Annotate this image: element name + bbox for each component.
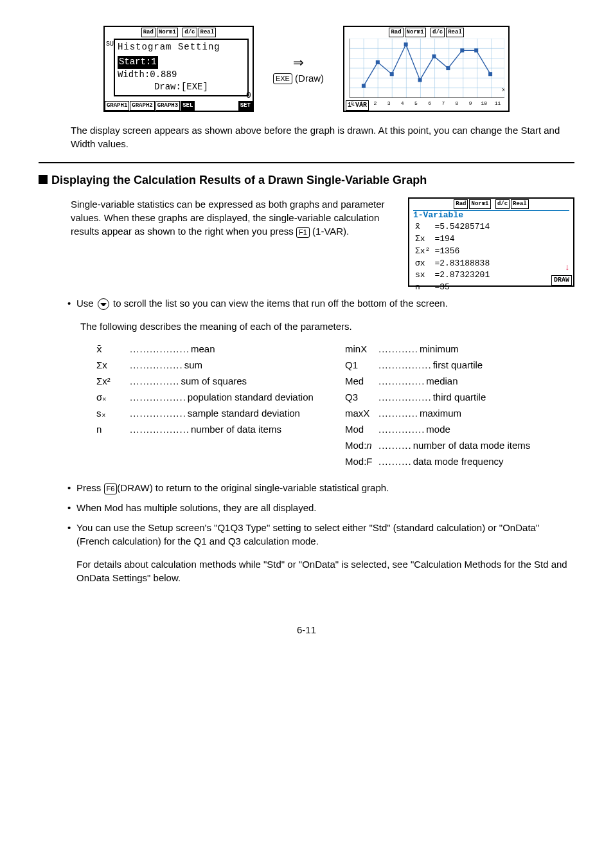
param-symbol: Σx (96, 358, 129, 372)
status-norm: Norm1 (157, 28, 178, 37)
svg-rect-29 (488, 72, 492, 76)
arrow-icon: ⇒ (273, 53, 324, 71)
softkey-row: GRAPH1 GRAPH2 GRAPH3 SEL SET (105, 101, 253, 111)
start-value: Start:1 (118, 56, 158, 69)
scroll-bullet: Use to scroll the list so you can view t… (67, 296, 574, 310)
param-row: Σx²...............sum of squares (96, 374, 326, 388)
param-symbol: σₓ (96, 390, 129, 404)
svg-rect-23 (404, 42, 408, 46)
intro-paragraph: Single-variable statistics can be expres… (71, 197, 395, 287)
param-symbol: maxX (345, 406, 377, 420)
param-symbol: minX (345, 342, 377, 356)
intro-row: Single-variable statistics can be expres… (39, 197, 574, 287)
zero-label: 0 (246, 90, 251, 102)
status-bar: RadNorm1 d/cReal (344, 27, 508, 37)
histogram-dialog: Histogram Setting Start:1 Width:0.889 Dr… (114, 39, 249, 96)
params-intro: The following describes the meaning of e… (80, 320, 574, 333)
param-row: x̄..................mean (96, 342, 326, 356)
svg-rect-28 (474, 48, 478, 52)
param-desc: mode (426, 422, 450, 436)
dialog-title: Histogram Setting (118, 41, 245, 54)
notes-list: Press F6(DRAW) to return to the original… (67, 481, 574, 548)
params-left-col: x̄..................meanΣx..............… (96, 339, 326, 471)
cursor-down-icon (98, 298, 109, 310)
params-right-col: minX............minimumQ1...............… (345, 339, 574, 471)
param-row: Mod:n..........number of data mode items (345, 439, 574, 452)
param-desc: median (426, 374, 458, 388)
draw-label: (Draw) (295, 73, 324, 84)
param-desc: third quartile (433, 390, 486, 404)
param-symbol: sₓ (96, 406, 129, 420)
param-row: minX............minimum (345, 342, 574, 356)
param-desc: population standard deviation (188, 390, 314, 404)
svg-rect-22 (390, 72, 394, 76)
param-symbol: Med (345, 374, 377, 388)
param-desc: minimum (420, 342, 459, 356)
note-item: You can use the Setup screen's "Q1Q3 Typ… (67, 521, 574, 548)
param-symbol: Mod (345, 422, 377, 436)
param-row: σₓ.................population standard d… (96, 390, 326, 404)
svg-rect-26 (446, 66, 450, 70)
param-desc: sample standard deviation (188, 406, 300, 420)
param-symbol: Q1 (345, 358, 377, 372)
param-desc: data mode frequency (413, 455, 504, 468)
softkey-graph3: GRAPH3 (155, 101, 180, 111)
param-desc: number of data mode items (413, 439, 531, 452)
parameter-columns: x̄..................meanΣx..............… (96, 339, 574, 471)
var-softkey: 1-VAR (346, 100, 369, 111)
note-item: Press F6(DRAW) to return to the original… (67, 481, 574, 494)
square-bullet-icon (39, 175, 48, 184)
param-symbol: Mod:F (345, 455, 377, 468)
status-rad: Rad (141, 28, 155, 37)
arrow-column: ⇒ EXE (Draw) (273, 53, 324, 85)
param-symbol: Mod:n (345, 439, 377, 452)
param-row: sₓ.................sample standard devia… (96, 406, 326, 420)
note-item: When Mod has multiple solutions, they ar… (67, 501, 574, 514)
param-desc: sum (184, 358, 202, 372)
svg-rect-20 (362, 84, 366, 88)
svg-rect-24 (418, 78, 422, 82)
param-row: n..................number of data items (96, 422, 326, 436)
draw-hint: Draw:[EXE] (118, 81, 245, 94)
param-symbol: Q3 (345, 390, 377, 404)
param-row: Q1................first quartile (345, 358, 574, 372)
chart-canvas: x (350, 39, 504, 98)
param-row: Q3................third quartile (345, 390, 574, 404)
f6-key: F6 (104, 484, 118, 494)
param-symbol: x̄ (96, 342, 129, 356)
top-narrative: The display screen appears as shown abov… (71, 123, 574, 150)
status-real: Real (199, 28, 217, 37)
param-row: Mod:F..........data mode frequency (345, 455, 574, 468)
param-symbol: n (96, 422, 129, 436)
param-desc: first quartile (433, 358, 483, 372)
param-desc: maximum (420, 406, 461, 420)
f1-key: F1 (296, 227, 310, 238)
svg-text:x: x (502, 86, 504, 93)
top-screenshot-row: RadNorm1 d/cReal SUB Histogram Setting S… (39, 26, 574, 112)
svg-rect-27 (460, 48, 464, 52)
param-row: Mod..............mode (345, 422, 574, 436)
status-bar: RadNorm1 d/cReal (105, 27, 253, 37)
softkey-set: SET (238, 101, 253, 111)
svg-rect-21 (376, 60, 380, 64)
param-desc: mean (191, 342, 215, 356)
param-row: maxX............maximum (345, 406, 574, 420)
width-value: Width:0.889 (118, 69, 245, 82)
section-divider (39, 162, 574, 163)
scroll-note: Use to scroll the list so you can view t… (67, 296, 574, 310)
lcd-1variable-results: RadNorm1 d/cReal 1-Variable x̄=5.5428571… (408, 197, 574, 287)
lcd-graph-output: RadNorm1 d/cReal (343, 26, 510, 112)
param-row: Σx................sum (96, 358, 326, 372)
param-symbol: Σx² (96, 374, 129, 388)
softkey-sel: SEL (181, 101, 195, 111)
draw-softkey: DRAW (551, 275, 572, 285)
softkey-graph2: GRAPH2 (130, 101, 154, 111)
status-bar: RadNorm1 d/cReal (409, 199, 573, 209)
results-title: 1-Variable (413, 210, 569, 221)
section-heading: Displaying the Calculation Results of a … (39, 172, 574, 188)
param-row: Med..............median (345, 374, 574, 388)
page-number: 6-11 (39, 623, 574, 637)
detail-paragraph: For details about calculation methods wh… (76, 557, 574, 584)
softkey-graph1: GRAPH1 (105, 101, 129, 111)
scroll-down-icon: ↓ (565, 262, 570, 275)
